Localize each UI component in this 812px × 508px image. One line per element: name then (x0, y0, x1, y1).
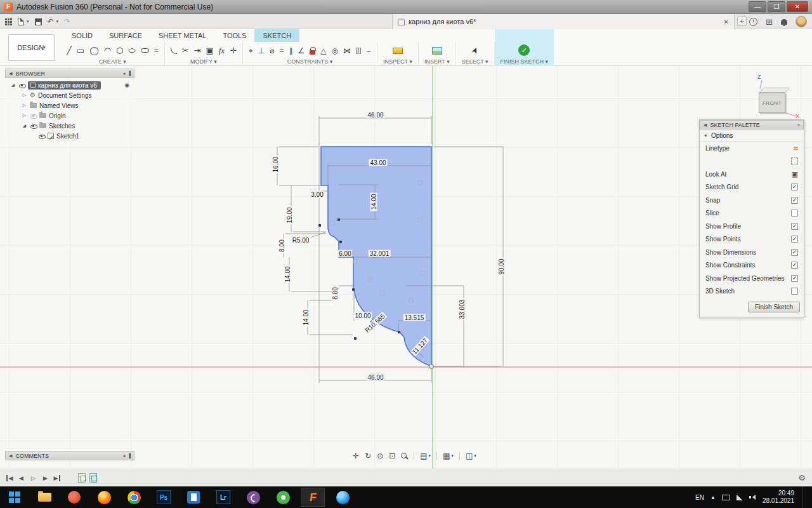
rectangle-tool-icon[interactable]: ▭ (77, 46, 84, 55)
change-parameters-icon[interactable]: fx (219, 46, 225, 56)
trim-tool-icon[interactable]: ✂ (182, 46, 189, 55)
viewports-icon[interactable]: ◫▾ (466, 451, 476, 460)
visibility-eye-icon[interactable] (38, 133, 45, 140)
dimension-label[interactable]: 10.00 (353, 312, 372, 319)
expand-arrow-icon[interactable]: ▷ (22, 93, 27, 98)
select-cursor-icon[interactable]: ➤ (469, 45, 480, 55)
network-tray-icon[interactable] (737, 495, 743, 500)
show-desktop-button[interactable] (802, 486, 806, 508)
browser-panel-header[interactable]: ◀ BROWSER ●▐ (5, 69, 134, 78)
tab-tools[interactable]: TOOLS (214, 29, 254, 42)
palette-detach-icon[interactable]: » (797, 123, 800, 127)
dimension-label[interactable]: 46.00 (366, 112, 384, 119)
group-finish-sketch[interactable]: ✓ FINISH SKETCH ▾ (495, 29, 554, 66)
panel-handle-icon[interactable]: ▐ (128, 453, 131, 458)
display-settings-icon[interactable]: ▤▾ (420, 451, 431, 460)
browser-item-document-settings[interactable]: ▷ ⚙ Document Settings (5, 90, 134, 100)
sketch-grid-checkbox[interactable]: ✓ (791, 184, 798, 190)
dimension-label[interactable]: 13.515 (403, 314, 426, 321)
start-button[interactable] (3, 488, 27, 507)
coincident-constraint-icon[interactable]: ⌖ (249, 46, 253, 55)
spline-tool-icon[interactable]: ≈ (154, 46, 159, 55)
close-button[interactable]: ✕ (787, 1, 808, 12)
browser-item-named-views[interactable]: ▷ Named Views (5, 100, 134, 110)
offset-tool-icon[interactable]: ▣ (206, 46, 213, 55)
fix-unfix-constraint-icon[interactable] (310, 50, 315, 55)
look-at-icon[interactable]: ▣ (792, 170, 798, 178)
concentric-constraint-icon[interactable]: ◎ (332, 46, 338, 55)
3d-sketch-checkbox[interactable] (791, 288, 798, 295)
job-status-icon[interactable] (749, 18, 757, 26)
file-menu-caret[interactable]: ▾ (27, 19, 29, 24)
undo-icon[interactable]: ↶ (48, 17, 54, 26)
volume-tray-icon[interactable] (749, 494, 756, 501)
circle-tool-icon[interactable]: ◯ (89, 46, 99, 55)
dimension-label[interactable]: 33.003 (459, 298, 466, 321)
ellipse-tool-icon[interactable]: ⬭ (128, 46, 135, 56)
timeline-skip-start-icon[interactable]: ◀ (6, 475, 13, 481)
fillet-tool-icon[interactable] (171, 48, 177, 54)
save-icon[interactable] (35, 18, 42, 25)
palette-collapse-icon[interactable]: ◀ (704, 123, 707, 128)
tab-solid[interactable]: SOLID (63, 29, 101, 42)
expand-arrow-icon[interactable]: ▷ (22, 113, 27, 118)
group-label-inspect[interactable]: INSPECT ▾ (383, 57, 412, 65)
slot-tool-icon[interactable] (141, 48, 149, 53)
show-constraints-checkbox[interactable]: ✓ (791, 262, 798, 269)
expand-arrow-icon[interactable]: ▷ (22, 103, 27, 108)
red-app-icon[interactable] (62, 488, 86, 507)
dimension-label[interactable]: 6.00 (337, 250, 352, 257)
dimension-label[interactable]: R5.00 (291, 237, 311, 244)
tangent-constraint-icon[interactable]: ⌀ (270, 46, 274, 55)
language-indicator[interactable]: EN (695, 494, 704, 501)
pan-icon[interactable]: ✛ (353, 451, 359, 460)
symmetry-constraint-icon[interactable]: [|] (356, 47, 361, 54)
root-document-chip[interactable]: карниз для киота v6 (28, 81, 101, 90)
comments-panel-header[interactable]: ◀ COMMENTS ●▐ (5, 451, 134, 460)
equal-constraint-icon[interactable]: = (280, 46, 284, 55)
blue-document-app-icon[interactable] (181, 488, 206, 507)
notifications-bell-icon[interactable] (781, 19, 787, 25)
document-tab[interactable]: карниз для киота v6* ✕ (392, 14, 735, 29)
group-label-select[interactable]: SELECT ▾ (462, 57, 488, 65)
timeline-step-forward-icon[interactable]: ▶ (41, 475, 49, 481)
extend-tool-icon[interactable]: ⇥ (194, 46, 201, 55)
show-profile-checkbox[interactable]: ✓ (791, 223, 798, 230)
finish-sketch-check-icon[interactable]: ✓ (518, 44, 530, 56)
visibility-eye-icon[interactable] (30, 112, 37, 119)
slice-checkbox[interactable] (791, 210, 798, 217)
browser-item-root[interactable]: ◢ карниз для киота v6 ◉ (5, 80, 134, 90)
comments-collapse-icon[interactable]: ◀ (9, 453, 12, 458)
linetype-construction-icon[interactable] (791, 157, 798, 164)
document-tab-close-icon[interactable]: ✕ (724, 18, 729, 25)
arc-tool-icon[interactable]: ◠ (104, 46, 111, 55)
timeline-play-icon[interactable]: ▷ (29, 475, 37, 481)
visibility-eye-icon[interactable] (30, 123, 37, 130)
timeline-feature-sketch-icon[interactable] (78, 473, 86, 483)
line-tool-icon[interactable]: ╱ (67, 46, 72, 55)
model-canvas[interactable]: 46.0043.0016.003.0014.0019.00R5.008.006.… (0, 66, 812, 469)
snap-checkbox[interactable]: ✓ (791, 197, 798, 204)
panel-handle-icon[interactable]: ▐ (128, 71, 131, 76)
clock[interactable]: 20:49 28.01.2021 (763, 490, 794, 505)
dimension-label[interactable]: 46.00 (366, 374, 384, 381)
orbit-icon[interactable]: ↻ (365, 451, 371, 460)
section-collapse-icon[interactable]: ▼ (704, 133, 708, 138)
browser-item-sketches[interactable]: ◢ Sketches (5, 121, 134, 131)
perpendicular-constraint-icon[interactable]: ∠ (298, 46, 305, 55)
data-panel-icon[interactable] (5, 18, 12, 25)
dimension-label[interactable]: 14.00 (370, 192, 377, 211)
dimension-label[interactable]: 16.00 (272, 155, 279, 173)
dimension-label[interactable]: 90.00 (498, 257, 505, 276)
dimension-label[interactable]: 43.00 (369, 159, 387, 166)
user-avatar[interactable] (796, 16, 807, 27)
curvature-constraint-icon[interactable]: ⌣ (366, 46, 371, 55)
group-label-modify[interactable]: MODIFY ▾ (190, 57, 217, 65)
tab-sheet-metal[interactable]: SHEET METAL (150, 29, 214, 42)
look-at-icon[interactable]: ⊙ (377, 451, 383, 460)
polygon-constraint-icon[interactable]: △ (320, 46, 326, 55)
lightroom-icon[interactable]: Lr (211, 488, 235, 507)
viber-icon[interactable] (241, 488, 265, 507)
dimension-label[interactable]: 14.00 (303, 308, 310, 326)
tab-surface[interactable]: SURFACE (101, 29, 150, 42)
